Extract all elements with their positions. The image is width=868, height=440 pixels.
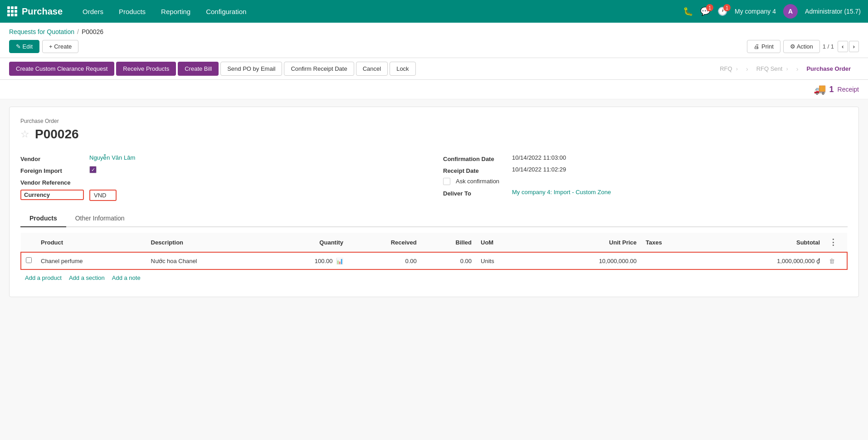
col-quantity: Quantity — [265, 233, 348, 252]
col-description: Description — [146, 233, 266, 252]
row-checkbox[interactable] — [21, 252, 36, 269]
foreign-import-checkbox[interactable]: ✓ — [89, 166, 97, 173]
company-name[interactable]: My company 4 — [735, 8, 776, 15]
pagination-arrows[interactable]: ‹ › — [838, 41, 859, 52]
confirmation-date-row: Confirmation Date 10/14/2022 11:03:00 — [443, 152, 848, 164]
menu-reporting[interactable]: Reporting — [155, 5, 197, 18]
currency-value[interactable]: VND — [89, 190, 117, 201]
status-trail: RFQ › RFQ Sent › Purchase Order — [712, 63, 859, 75]
send-po-email-button[interactable]: Send PO by Email — [220, 62, 282, 76]
message-badge: 1 — [706, 4, 713, 11]
top-menu: Orders Products Reporting Configuration — [76, 5, 683, 18]
vendor-ref-label: Vendor Reference — [20, 178, 84, 186]
row-quantity: 100.00 📊 — [265, 252, 348, 269]
page-header: Requests for Quotation / P00026 ✎ Edit +… — [0, 23, 868, 58]
receipt-count: 1 — [829, 85, 834, 94]
status-purchase-order: Purchase Order — [798, 63, 859, 75]
tab-products[interactable]: Products — [20, 210, 66, 227]
row-description[interactable]: Nước hoa Chanel — [146, 252, 266, 269]
pagination-text: 1 / 1 — [823, 43, 834, 50]
status-rfq-sent: RFQ Sent — [748, 63, 796, 75]
section-label: Purchase Order — [20, 118, 848, 124]
row-delete[interactable]: 🗑 — [824, 252, 847, 269]
receipt-row: 🚚 1 Receipt — [0, 80, 868, 99]
breadcrumb: Requests for Quotation / P00026 — [9, 28, 859, 35]
row-billed: 0.00 — [421, 252, 476, 269]
foreign-import-label: Foreign Import — [20, 166, 84, 174]
menu-products[interactable]: Products — [112, 5, 152, 18]
breadcrumb-current: P00026 — [82, 28, 103, 35]
deliver-to-value[interactable]: My company 4: Import - Custom Zone — [512, 189, 611, 196]
main-card: Purchase Order ☆ P00026 Vendor Nguyễn Vă… — [9, 107, 859, 297]
forecast-icon[interactable]: 📊 — [336, 258, 343, 264]
col-received: Received — [348, 233, 421, 252]
menu-configuration[interactable]: Configuration — [200, 5, 253, 18]
create-custom-clearance-button[interactable]: Create Custom Clearance Request — [9, 62, 114, 76]
menu-orders[interactable]: Orders — [76, 5, 110, 18]
breadcrumb-separator: / — [77, 28, 79, 35]
tab-other-info[interactable]: Other Information — [66, 210, 134, 227]
receive-products-button[interactable]: Receive Products — [116, 62, 176, 76]
add-note-link[interactable]: Add a note — [112, 274, 141, 281]
deliver-to-row: Deliver To My company 4: Import - Custom… — [443, 187, 848, 199]
ask-confirmation-checkbox[interactable] — [443, 178, 450, 185]
grid-icon — [7, 6, 17, 16]
vendor-row: Vendor Nguyễn Văn Lâm — [20, 152, 425, 164]
row-unit-price[interactable]: 10,000,000.00 — [531, 252, 641, 269]
deliver-to-label: Deliver To — [443, 189, 507, 197]
ask-confirmation-row: Ask confirmation — [443, 176, 848, 187]
app-name: Purchase — [22, 6, 63, 17]
print-button[interactable]: 🖨 Print — [747, 40, 780, 53]
tabs: Products Other Information — [20, 210, 848, 227]
cancel-button[interactable]: Cancel — [356, 62, 388, 76]
next-button[interactable]: › — [849, 41, 859, 52]
products-table: Product Description Quantity Received Bi… — [20, 233, 848, 270]
col-unit-price: Unit Price — [531, 233, 641, 252]
add-section-link[interactable]: Add a section — [69, 274, 105, 281]
activity-icon[interactable]: 🕐 1 — [717, 6, 727, 16]
confirmation-date-label: Confirmation Date — [443, 154, 507, 162]
products-table-wrap: Product Description Quantity Received Bi… — [20, 233, 848, 286]
col-product: Product — [36, 233, 146, 252]
order-id-row: ☆ P00026 — [20, 127, 848, 142]
vendor-ref-row: Vendor Reference — [20, 176, 425, 188]
receipt-label: Receipt — [838, 86, 859, 93]
row-uom[interactable]: Units — [476, 252, 531, 269]
receipt-badge[interactable]: 🚚 1 Receipt — [814, 83, 859, 95]
currency-row: Currency VND — [20, 188, 425, 203]
receipt-date-row: Receipt Date 10/14/2022 11:02:29 — [443, 164, 848, 176]
action-button[interactable]: ⚙ Action — [783, 40, 820, 53]
bug-icon[interactable]: 🐛 — [683, 6, 693, 16]
app-logo[interactable]: Purchase — [7, 6, 63, 17]
avatar-initial: A — [788, 8, 793, 15]
create-bill-button[interactable]: Create Bill — [178, 62, 219, 76]
row-select-checkbox[interactable] — [26, 257, 32, 263]
vendor-value[interactable]: Nguyễn Văn Lâm — [89, 154, 135, 161]
favorite-icon[interactable]: ☆ — [20, 128, 29, 140]
message-icon[interactable]: 💬 1 — [700, 6, 710, 16]
row-taxes[interactable] — [641, 252, 696, 269]
create-button[interactable]: + Create — [42, 40, 78, 53]
lock-button[interactable]: Lock — [390, 62, 415, 76]
breadcrumb-parent[interactable]: Requests for Quotation — [9, 28, 74, 35]
table-row[interactable]: Chanel perfume Nước hoa Chanel 100.00 📊 … — [21, 252, 847, 269]
right-fields: Confirmation Date 10/14/2022 11:03:00 Re… — [443, 152, 848, 203]
avatar[interactable]: A — [783, 4, 798, 19]
quantity-value[interactable]: 100.00 — [315, 258, 333, 264]
row-product[interactable]: Chanel perfume — [36, 252, 146, 269]
add-product-link[interactable]: Add a product — [25, 274, 62, 281]
action-bar: Create Custom Clearance Request Receive … — [0, 58, 868, 80]
vendor-label: Vendor — [20, 154, 84, 162]
table-header: Product Description Quantity Received Bi… — [21, 233, 847, 252]
prev-button[interactable]: ‹ — [838, 41, 848, 52]
foreign-import-row: Foreign Import ✓ — [20, 164, 425, 176]
col-action-menu[interactable]: ⋮ — [824, 233, 847, 252]
nav-right: 🐛 💬 1 🕐 1 My company 4 A Administrator (… — [683, 4, 861, 19]
truck-icon: 🚚 — [814, 83, 826, 95]
delete-icon[interactable]: 🗑 — [829, 258, 835, 264]
edit-button[interactable]: ✎ Edit — [9, 40, 39, 53]
form-fields: Vendor Nguyễn Văn Lâm Foreign Import ✓ V… — [20, 152, 848, 203]
confirm-receipt-button[interactable]: Confirm Receipt Date — [284, 62, 354, 76]
column-settings-icon[interactable]: ⋮ — [829, 238, 837, 247]
status-rfq: RFQ — [712, 63, 746, 75]
